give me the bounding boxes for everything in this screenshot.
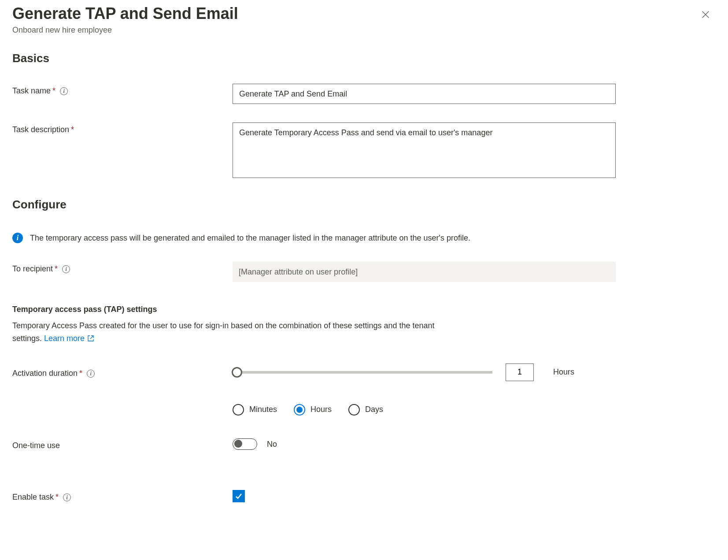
task-description-input[interactable] [233,122,616,178]
task-description-label: Task description * [12,122,233,134]
radio-minutes[interactable]: Minutes [233,404,277,415]
one-time-use-label: One-time use [12,438,233,450]
to-recipient-field: [Manager attribute on user profile] [233,262,616,282]
activation-duration-input[interactable] [506,363,534,381]
close-button[interactable] [701,10,710,21]
checkmark-icon [234,492,243,501]
svg-line-2 [90,336,93,339]
enable-task-checkbox[interactable] [233,490,245,502]
page-title: Generate TAP and Send Email [12,4,716,23]
learn-more-link[interactable]: Learn more [44,332,94,345]
required-indicator: * [55,264,58,274]
one-time-use-toggle[interactable] [233,438,257,450]
radio-hours[interactable]: Hours [294,404,332,415]
to-recipient-label: To recipient * i [12,262,233,274]
info-icon[interactable]: i [60,87,68,95]
required-indicator: * [55,493,59,502]
tap-settings-heading: Temporary access pass (TAP) settings [12,305,716,314]
info-icon-filled: i [12,233,23,243]
info-banner: i The temporary access pass will be gene… [12,233,716,243]
task-name-input[interactable] [233,84,616,104]
enable-task-label: Enable task * i [12,490,233,502]
info-icon[interactable]: i [62,265,70,273]
close-icon [701,10,710,19]
external-link-icon [87,335,94,342]
required-indicator: * [52,86,55,96]
activation-duration-unit: Hours [553,367,574,377]
info-icon[interactable]: i [87,370,95,378]
slider-thumb[interactable] [232,367,242,378]
section-heading-configure: Configure [12,198,716,211]
section-heading-basics: Basics [12,52,716,65]
info-icon[interactable]: i [63,493,71,501]
page-subtitle: Onboard new hire employee [12,26,716,35]
activation-duration-label: Activation duration * i [12,366,233,378]
task-name-label: Task name * i [12,84,233,96]
activation-duration-slider[interactable] [233,371,492,374]
required-indicator: * [71,125,74,134]
radio-days[interactable]: Days [348,404,383,415]
required-indicator: * [79,369,82,378]
tap-settings-description: Temporary Access Pass created for the us… [12,319,462,345]
one-time-use-value: No [267,440,277,449]
